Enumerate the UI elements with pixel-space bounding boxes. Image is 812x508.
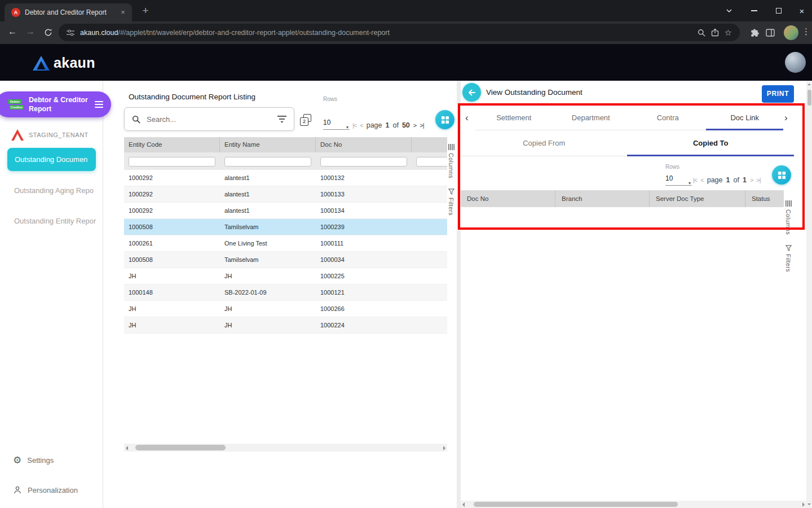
cell-entity-name: JH <box>220 317 316 333</box>
table-row[interactable]: 1000508 Tamilselvam 1000034 <box>124 252 447 268</box>
akaun-logo[interactable]: akaun <box>33 55 95 71</box>
user-avatar[interactable] <box>785 52 806 73</box>
next-page-button[interactable]: > <box>750 177 753 183</box>
vertical-scrollbar[interactable] <box>806 81 812 508</box>
cell-clipped <box>412 170 447 186</box>
scrollbar-thumb[interactable] <box>807 90 811 106</box>
cell-doc-no: 1000132 <box>316 170 412 186</box>
table-row[interactable]: JH JH 1000224 <box>124 317 447 334</box>
address-bar[interactable]: akaun.cloud/#/applet/tnt/wavelet/erp/deb… <box>59 24 740 41</box>
filters-toggle[interactable]: Filters <box>785 245 792 272</box>
forward-icon[interactable]: → <box>26 27 35 37</box>
scroll-left-icon[interactable] <box>462 502 465 507</box>
window-close-button[interactable]: × <box>792 0 812 21</box>
first-page-button[interactable]: |< <box>352 122 356 129</box>
col-header-entity-code[interactable]: Entity Code <box>124 137 220 152</box>
personalization-button[interactable]: Personalization <box>0 481 78 498</box>
scrollbar-thumb[interactable] <box>474 502 678 507</box>
col-header-clipped[interactable] <box>412 137 447 152</box>
prev-page-button[interactable]: < <box>360 122 363 129</box>
tab-close-icon[interactable]: × <box>118 8 127 17</box>
table-row[interactable]: 1000261 One Living Test 1000111 <box>124 235 447 252</box>
bookmark-star-icon[interactable]: ☆ <box>725 28 732 38</box>
sidebar-item-outstanding-aging[interactable]: Outstanding Aging Repo <box>14 183 100 199</box>
applet-icon: Debtor Creditor <box>8 99 24 110</box>
horizontal-scrollbar[interactable] <box>124 444 447 452</box>
filters-toggle[interactable]: Filters <box>448 189 454 216</box>
sidebar-item-outstanding-document[interactable]: Outstanding Documen <box>7 148 96 171</box>
browser-profile-avatar[interactable] <box>784 25 798 40</box>
tabs-scroll-right-icon[interactable]: › <box>784 106 788 130</box>
filter-list-icon[interactable] <box>277 116 286 122</box>
tab-department[interactable]: Department <box>553 106 630 130</box>
window-minimize-button[interactable] <box>743 0 765 21</box>
table-row[interactable]: JH JH 1000225 <box>124 268 447 284</box>
tab-search-icon[interactable] <box>721 0 738 21</box>
col-header-doc-no[interactable]: Doc No <box>461 190 555 207</box>
site-info-icon[interactable] <box>67 29 74 37</box>
col-header-status[interactable]: Status <box>745 190 784 207</box>
apps-grid-button[interactable] <box>435 110 454 129</box>
scroll-down-icon[interactable] <box>807 503 811 505</box>
scroll-up-icon[interactable] <box>807 84 811 85</box>
columns-toggle[interactable]: Columns <box>448 144 454 178</box>
filter-input-entity-name[interactable] <box>224 157 311 167</box>
table-row[interactable]: 1000292 alantest1 1000133 <box>124 186 447 203</box>
back-button[interactable] <box>462 83 481 102</box>
back-icon[interactable]: ← <box>8 27 17 37</box>
table-row-selected[interactable]: 1000508 Tamilselvam 1000239 <box>124 219 447 235</box>
scrollbar-thumb[interactable] <box>135 445 226 450</box>
tab-contra[interactable]: Contra <box>629 106 707 130</box>
last-page-button[interactable]: >| <box>420 122 423 129</box>
search-input[interactable] <box>145 115 272 124</box>
rows-per-page-select[interactable]: 10 ▾ <box>665 172 692 186</box>
print-button[interactable]: PRINT <box>762 85 794 103</box>
scroll-left-icon[interactable] <box>126 446 128 450</box>
extensions-puzzle-icon[interactable] <box>750 28 759 37</box>
next-page-button[interactable]: > <box>413 122 416 129</box>
tenant-row[interactable]: STAGING_TENANT <box>0 127 89 143</box>
tab-settlement[interactable]: Settlement <box>475 106 553 130</box>
search-box[interactable] <box>124 107 294 131</box>
detail-table-header-row: Doc No Branch Server Doc Type Status <box>461 190 784 207</box>
cell-clipped <box>412 203 447 218</box>
col-header-server-doc-type[interactable]: Server Doc Type <box>650 190 745 207</box>
table-row[interactable]: 1000148 SB-2022-01-09 1000121 <box>124 284 447 301</box>
filter-input-doc-no[interactable] <box>320 157 407 167</box>
zoom-icon[interactable] <box>698 29 705 37</box>
col-header-branch[interactable]: Branch <box>555 190 650 207</box>
reload-icon[interactable] <box>44 28 52 37</box>
copy-pages-icon[interactable]: 2 <box>300 114 314 128</box>
col-header-entity-name[interactable]: Entity Name <box>220 137 316 152</box>
table-row[interactable]: 1000292 alantest1 1000134 <box>124 203 447 219</box>
filters-label: Filters <box>448 198 454 216</box>
scroll-right-icon[interactable] <box>802 502 805 507</box>
apps-grid-button[interactable] <box>772 165 791 185</box>
col-header-doc-no[interactable]: Doc No <box>316 137 412 152</box>
scroll-right-icon[interactable] <box>443 446 445 450</box>
new-tab-button[interactable]: + <box>139 5 152 18</box>
table-row[interactable]: JH JH 1000266 <box>124 301 447 317</box>
side-panel-icon[interactable] <box>766 29 775 37</box>
horizontal-scrollbar[interactable] <box>461 501 806 508</box>
first-page-button[interactable]: |< <box>693 177 697 183</box>
collapse-menu-icon[interactable] <box>95 101 103 108</box>
tab-doc-link[interactable]: Doc Link <box>707 106 784 130</box>
settings-button[interactable]: ⚙ Settings <box>0 452 54 468</box>
filter-input-clipped[interactable] <box>416 157 447 167</box>
browser-tab[interactable]: A Debtor and Creditor Report × <box>5 3 132 21</box>
filter-input-entity-code[interactable] <box>129 157 215 167</box>
prev-page-button[interactable]: < <box>700 177 703 183</box>
browser-menu-kebab-icon[interactable]: ⋮ <box>802 27 810 37</box>
tabs-scroll-left-icon[interactable]: ‹ <box>465 106 469 130</box>
table-row[interactable]: 1000292 alantest1 1000132 <box>124 170 447 186</box>
subtab-copied-from[interactable]: Copied From <box>461 130 628 156</box>
subtab-copied-to[interactable]: Copied To <box>628 130 795 156</box>
columns-toggle[interactable]: Columns <box>785 200 792 235</box>
sidebar-item-outstanding-entity[interactable]: Outstanding Entity Repor <box>14 213 100 229</box>
applet-title-pill[interactable]: Debtor Creditor Debtor & Creditor Report <box>0 91 111 117</box>
rows-per-page-select[interactable]: 10 ▾ <box>323 116 350 130</box>
window-maximize-button[interactable] <box>768 0 789 21</box>
last-page-button[interactable]: >| <box>756 177 760 183</box>
share-icon[interactable] <box>711 28 719 37</box>
